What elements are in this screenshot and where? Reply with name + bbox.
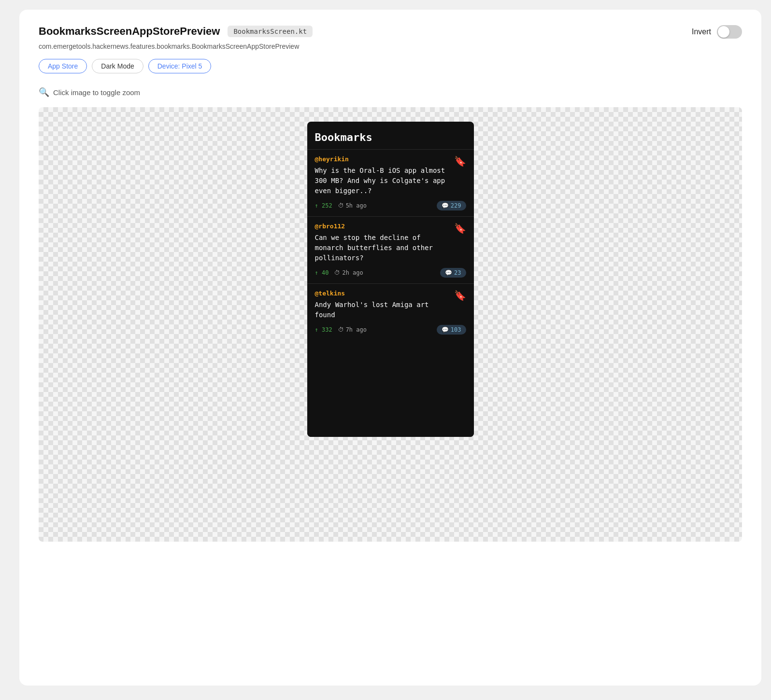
preview-title: BookmarksScreenAppStorePreview (39, 25, 220, 38)
item-author-0: @heyrikin (315, 155, 466, 163)
zoom-icon: 🔍 (39, 87, 49, 98)
item-meta-2: ↑ 332 ⏱ 7h ago 💬 103 (315, 325, 466, 335)
bookmark-item-2[interactable]: @telkins Andy Warhol's lost Amiga art fo… (307, 283, 474, 340)
header-row: BookmarksScreenAppStorePreview Bookmarks… (39, 25, 742, 38)
item-author-2: @telkins (315, 290, 466, 297)
tab-device[interactable]: Device: Pixel 5 (148, 59, 212, 73)
tab-app-store[interactable]: App Store (39, 59, 87, 73)
file-badge: BookmarksScreen.kt (228, 26, 313, 37)
meta-left-0: ↑ 252 ⏱ 5h ago (315, 202, 367, 209)
score-1: ↑ 40 (315, 269, 329, 276)
toggle-knob (718, 26, 729, 38)
bookmark-icon-2: 🔖 (454, 290, 466, 301)
bookmark-icon-0: 🔖 (454, 155, 466, 167)
score-2: ↑ 332 (315, 326, 332, 333)
tab-dark-mode[interactable]: Dark Mode (92, 59, 143, 73)
item-meta-0: ↑ 252 ⏱ 5h ago 💬 229 (315, 201, 466, 210)
zoom-hint-text: Click image to toggle zoom (53, 88, 140, 97)
comments-badge-2: 💬 103 (437, 325, 466, 335)
item-title-2: Andy Warhol's lost Amiga art found (315, 300, 466, 320)
comments-badge-0: 💬 229 (437, 201, 466, 210)
zoom-hint-row: 🔍 Click image to toggle zoom (39, 87, 742, 98)
subtitle: com.emergetools.hackernews.features.book… (39, 42, 742, 50)
screen-title: Bookmarks (307, 122, 474, 149)
bookmark-icon-1: 🔖 (454, 223, 466, 234)
time-0: ⏱ 5h ago (338, 202, 367, 209)
time-1: ⏱ 2h ago (334, 269, 363, 276)
time-2: ⏱ 7h ago (338, 326, 367, 333)
meta-left-1: ↑ 40 ⏱ 2h ago (315, 269, 363, 276)
item-title-1: Can we stop the decline of monarch butte… (315, 233, 466, 263)
meta-left-2: ↑ 332 ⏱ 7h ago (315, 326, 367, 333)
bookmark-item-0[interactable]: @heyrikin Why is the Oral-B iOS app almo… (307, 149, 474, 216)
score-0: ↑ 252 (315, 202, 332, 209)
tabs-row: App Store Dark Mode Device: Pixel 5 (39, 59, 742, 73)
phone-screen[interactable]: Bookmarks @heyrikin Why is the Oral-B iO… (307, 122, 474, 437)
main-panel: BookmarksScreenAppStorePreview Bookmarks… (19, 10, 761, 686)
item-title-0: Why is the Oral-B iOS app almost 300 MB?… (315, 166, 466, 196)
screen-bottom-spacer (307, 340, 474, 437)
invert-toggle[interactable] (717, 25, 742, 39)
bookmark-item-1[interactable]: @rbro112 Can we stop the decline of mona… (307, 216, 474, 283)
invert-label: Invert (692, 28, 711, 36)
preview-area[interactable]: Bookmarks @heyrikin Why is the Oral-B iO… (39, 107, 742, 542)
item-author-1: @rbro112 (315, 223, 466, 230)
item-meta-1: ↑ 40 ⏱ 2h ago 💬 23 (315, 268, 466, 278)
comments-badge-1: 💬 23 (440, 268, 466, 278)
invert-row: Invert (692, 25, 742, 39)
